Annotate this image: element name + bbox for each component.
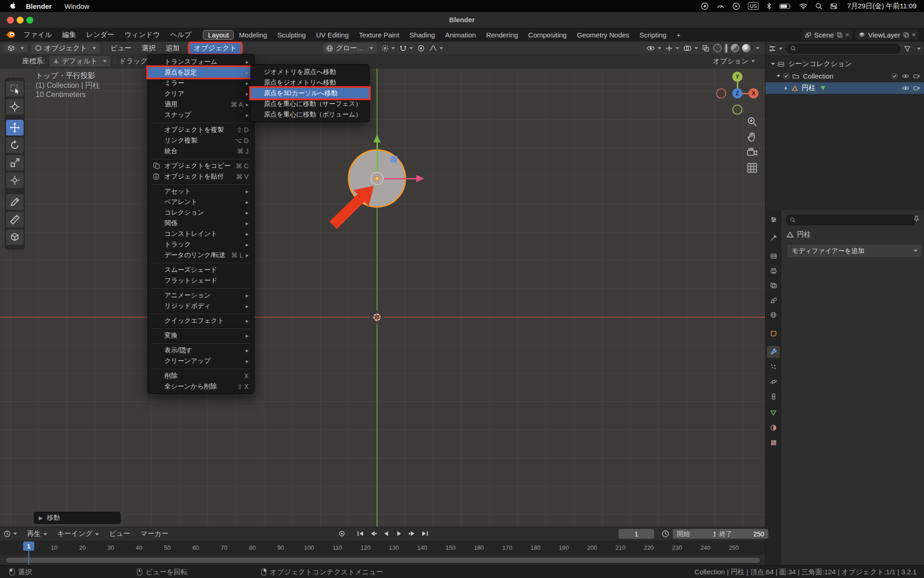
menu-item[interactable]: リンク複製⌥ D [148,135,254,146]
show-gizmo-selector[interactable] [666,45,679,52]
menu-item[interactable]: 原点を設定▸ [148,67,254,78]
hide-eye-icon[interactable] [902,74,909,79]
scene-name[interactable]: Scene [814,31,834,39]
menu-item[interactable]: 原点を3Dカーソルへ移動 [251,88,369,98]
xray-toggle[interactable] [702,45,709,52]
shading-wireframe-button[interactable] [713,44,722,52]
topbar-menu-2[interactable]: レンダー [81,31,119,39]
menu-item[interactable]: 変換▸ [148,330,254,341]
menu-item[interactable]: オブジェクトを貼付⌘ V [148,171,254,182]
gizmo-plane-handle[interactable] [390,156,397,163]
options-menu[interactable]: オプション [713,55,755,68]
play-icon[interactable] [394,529,405,539]
spotlight-search-icon[interactable] [815,3,822,10]
current-frame-field[interactable]: 1 [619,529,654,539]
workspace-tab-compositing[interactable]: Compositing [523,30,571,40]
gizmo-y-arrow[interactable] [377,142,378,172]
outliner-filter-caret[interactable] [917,48,921,50]
menu-item[interactable]: コレクション▸ [148,207,254,218]
timeline-ruler[interactable]: 1102030405060708090100110120130140150160… [0,541,765,555]
scene-selector[interactable]: Scene × [801,30,853,40]
disclosure-triangle-icon[interactable] [777,75,780,77]
unlink-scene-icon[interactable]: × [845,31,849,38]
menu-item[interactable]: ジオメトリを原点へ移動 [251,67,369,77]
control-center-icon[interactable] [830,3,837,10]
shading-rendered-button[interactable] [742,44,750,52]
workspace-tab-texture-paint[interactable]: Texture Paint [354,30,405,40]
timeline-menu-3[interactable]: マーカー [135,529,174,538]
tab-constraints[interactable] [767,390,780,402]
apple-menu-icon[interactable] [10,2,17,10]
frame-start-field[interactable]: 開始 1 [673,529,721,539]
topbar-menu-3[interactable]: ウィンドウ [119,31,165,39]
jump-to-start-icon[interactable] [355,529,366,539]
navigation-gizmo[interactable]: Y Z X [711,67,765,120]
outliner-filter-icon[interactable] [904,46,911,52]
menu-item[interactable]: クイックエフェクト▸ [148,315,254,326]
zoom-icon[interactable] [746,116,758,128]
gizmo-x-ball[interactable]: X [748,88,759,98]
gizmo-neg-x-ball[interactable] [716,88,726,98]
workspace-tab-animation[interactable]: Animation [440,30,481,40]
menu-item[interactable]: 削除X [148,370,254,381]
gizmo-y-ball[interactable]: Y [732,72,742,82]
menu-item[interactable]: オブジェクトをコピー⌘ C [148,160,254,171]
tab-object-data[interactable] [767,407,780,419]
shading-solid-button[interactable] [724,43,728,53]
menu-item[interactable]: クリーンアップ▸ [148,356,254,366]
menu-item[interactable]: 関係▸ [148,218,254,228]
tab-physics[interactable] [767,375,780,387]
autokey-record-icon[interactable] [336,529,347,539]
timeline-scrollbar[interactable] [6,558,760,563]
expand-arrow-icon[interactable]: ▶ [39,515,43,521]
object-menu-button[interactable]: オブジェクト [189,43,241,54]
menu-item[interactable]: オブジェクトを複製⇧ D [148,124,254,135]
workspace-tab-modeling[interactable]: Modeling [234,30,272,40]
editor-type-button[interactable] [4,44,28,52]
preview-range-clock-icon[interactable] [662,530,669,538]
tab-tool[interactable] [767,232,780,244]
timeline-menu-2[interactable]: ビュー [104,529,135,538]
annotate-tool-button[interactable] [6,194,24,210]
viewport-menu-0[interactable]: ビュー [105,44,137,53]
play-reverse-icon[interactable] [381,529,392,539]
tab-scene[interactable] [767,294,780,306]
tab-output[interactable] [767,264,780,277]
menu-item[interactable]: 表示/隠す▸ [148,345,254,356]
workspace-tab-rendering[interactable]: Rendering [481,30,523,40]
properties-editor-type-button[interactable] [767,214,780,226]
topbar-menu-1[interactable]: 編集 [57,31,81,39]
workspace-tab-layout[interactable]: Layout [203,30,234,40]
menu-item[interactable]: データのリンク/転送⌘ L▸ [148,250,254,260]
disable-render-camera-icon[interactable] [913,86,920,91]
viewport-menu-1[interactable]: 選択 [137,44,161,53]
add-workspace-button[interactable]: + [671,30,686,40]
tab-view-layer[interactable] [767,279,780,291]
menu-item[interactable]: アセット▸ [148,186,254,197]
tab-texture[interactable] [767,437,780,449]
snap-toggle[interactable] [400,45,413,52]
remove-view-layer-icon[interactable]: × [912,31,916,38]
outliner-row-cylinder[interactable]: 円柱 [766,82,924,94]
menu-item[interactable]: クリア▸ [148,88,254,99]
menubar-window-menu[interactable]: Window [65,2,89,10]
workspace-tab-scripting[interactable]: Scripting [634,30,671,40]
new-view-layer-icon[interactable] [903,32,909,38]
viewport-canvas[interactable] [0,68,765,527]
disclosure-triangle-icon[interactable] [785,86,787,90]
tab-render[interactable] [767,250,780,262]
rotate-tool-button[interactable] [6,137,24,153]
timeline-editor-type-button[interactable] [4,530,17,537]
cylinder-label[interactable]: 円柱 [802,84,815,92]
menu-item[interactable]: 原点を重心に移動（サーフェス） [251,98,369,109]
workspace-tab-shading[interactable]: Shading [404,30,440,40]
battery-icon[interactable] [779,3,791,9]
add-cube-tool-button[interactable] [6,229,24,245]
breadcrumb-object-name[interactable]: 円柱 [797,230,811,239]
topbar-menu-4[interactable]: ヘルプ [165,31,196,39]
viewport-3d[interactable]: オブジェクト ビュー選択追加 オブジェクト グロー… [0,42,765,527]
blender-logo[interactable] [5,31,16,38]
tab-object[interactable] [767,327,780,339]
menu-item[interactable]: 全シーンから削除⇧ X [148,381,254,392]
current-frame-badge[interactable]: 1 [23,541,34,551]
